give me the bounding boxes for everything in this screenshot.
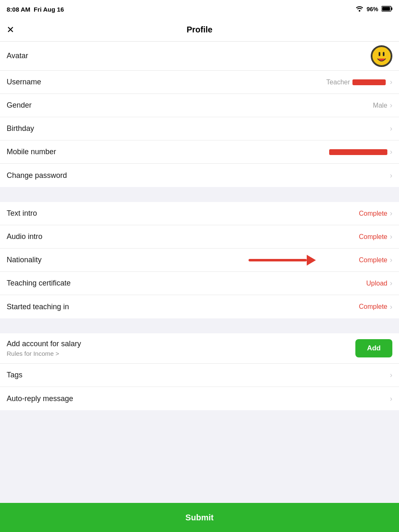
username-row[interactable]: Username Teacher › [0,71,399,94]
salary-title: Add account for salary [7,340,81,348]
auto-reply-label: Auto-reply message [7,394,73,403]
svg-rect-6 [383,52,384,56]
wifi-icon [356,6,363,13]
tags-chevron: › [390,371,392,379]
birthday-row[interactable]: Birthday › [0,117,399,140]
teacher-section: Text intro Complete › Audio intro Comple… [0,202,399,318]
started-teaching-chevron: › [390,303,392,311]
nationality-arrow-annotation [249,255,316,266]
nationality-status: Complete [359,256,387,264]
username-value-area: Teacher › [326,78,392,86]
audio-intro-row[interactable]: Audio intro Complete › [0,225,399,249]
change-password-label: Change password [7,171,67,180]
tags-row[interactable]: Tags › [0,364,399,387]
auto-reply-row[interactable]: Auto-reply message › [0,387,399,410]
svg-point-0 [359,10,360,12]
auto-reply-chevron: › [390,394,392,403]
nationality-label: Nationality [7,256,42,264]
salary-row: Add account for salary Rules for Income … [0,333,399,364]
teaching-certificate-label: Teaching certificate [7,279,71,288]
battery-text: 96% [367,6,378,12]
audio-intro-status: Complete [359,233,387,241]
username-prefix: Teacher [326,79,350,86]
text-intro-status: Complete [359,210,387,217]
avatar-image [371,45,392,67]
mobile-number-redacted [329,149,387,155]
change-password-chevron: › [390,171,392,180]
mobile-number-value-area: › [329,148,392,156]
change-password-value-area: › [390,171,392,180]
mobile-number-label: Mobile number [7,148,56,156]
status-time: 8:08 AM [7,6,30,13]
svg-rect-2 [391,7,392,10]
started-teaching-label: Started teaching in [7,303,69,311]
gender-value-area: Male › [373,101,392,110]
tags-value-area: › [390,371,392,379]
text-intro-chevron: › [390,209,392,218]
nationality-row[interactable]: Nationality Complete › [0,249,399,272]
text-intro-value-area: Complete › [359,209,392,218]
arrow-head [307,255,316,266]
teaching-certificate-status: Upload [366,280,387,287]
avatar-row[interactable]: Avatar [0,42,399,71]
salary-info: Add account for salary Rules for Income … [7,340,81,357]
status-date: Fri Aug 16 [34,6,64,13]
gender-chevron: › [390,101,392,110]
text-intro-row[interactable]: Text intro Complete › [0,202,399,225]
birthday-value-area: › [390,124,392,133]
nationality-value-area: Complete › [359,256,392,264]
teaching-certificate-row[interactable]: Teaching certificate Upload › [0,272,399,295]
mobile-number-row[interactable]: Mobile number › [0,140,399,164]
battery-icon [382,6,392,13]
text-intro-label: Text intro [7,209,37,218]
svg-point-4 [372,47,391,66]
nav-bar: ✕ Profile [0,18,399,42]
change-password-row[interactable]: Change password › [0,164,399,187]
gender-value: Male [373,102,387,109]
svg-rect-5 [379,52,380,56]
avatar-label: Avatar [7,52,28,60]
close-button[interactable]: ✕ [7,25,14,35]
submit-bar[interactable]: Submit [0,503,399,532]
teaching-certificate-chevron: › [390,279,392,288]
status-bar: 8:08 AM Fri Aug 16 96% [0,0,399,18]
basic-section: Avatar Username Teacher › Gender [0,42,399,187]
auto-reply-value-area: › [390,394,392,403]
username-label: Username [7,78,41,86]
birthday-chevron: › [390,124,392,133]
gender-label: Gender [7,101,32,110]
gender-row[interactable]: Gender Male › [0,94,399,117]
teaching-certificate-value-area: Upload › [366,279,392,288]
audio-intro-label: Audio intro [7,232,42,241]
audio-intro-value-area: Complete › [359,232,392,241]
add-salary-button[interactable]: Add [355,339,392,357]
salary-section: Add account for salary Rules for Income … [0,333,399,410]
birthday-label: Birthday [7,124,34,133]
page-title: Profile [187,25,212,34]
submit-label: Submit [185,513,214,522]
started-teaching-status: Complete [359,303,387,310]
nationality-chevron: › [390,256,392,264]
rules-for-income-link[interactable]: Rules for Income > [7,350,81,357]
started-teaching-value-area: Complete › [359,303,392,311]
mobile-number-chevron: › [390,148,392,156]
section-gap-2 [0,318,399,333]
started-teaching-row[interactable]: Started teaching in Complete › [0,295,399,318]
arrow-line [249,259,307,261]
username-redacted [352,79,386,85]
section-gap-1 [0,187,399,202]
tags-label: Tags [7,371,22,379]
audio-intro-chevron: › [390,232,392,241]
svg-rect-3 [382,7,390,10]
username-chevron: › [390,78,392,86]
